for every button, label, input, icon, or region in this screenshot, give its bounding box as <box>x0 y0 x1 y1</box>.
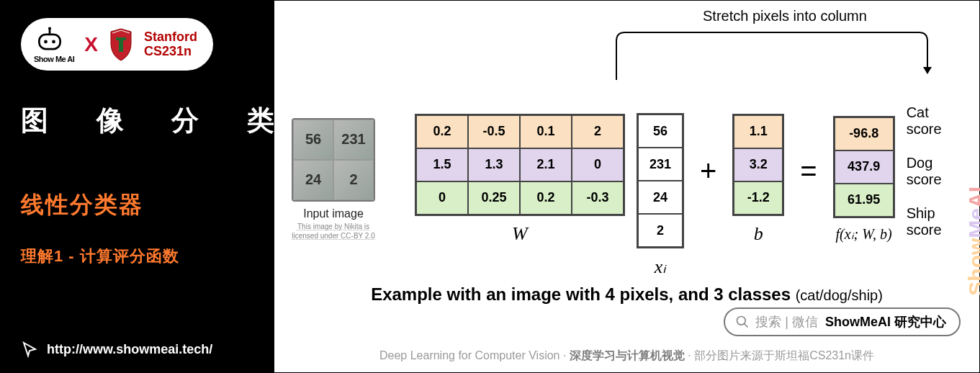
eq-op: = <box>796 155 821 187</box>
right-panel: Stretch pixels into column 56 231 24 2 I… <box>274 1 979 372</box>
left-panel: Show Me AI X Stanford CS231n 图 像 分 类 线性分… <box>1 1 274 372</box>
W-cell: 0.25 <box>468 181 520 215</box>
score-label: Dog score <box>907 155 962 188</box>
svg-point-4 <box>48 27 51 30</box>
f-label: f(xᵢ; W, b) <box>836 225 892 243</box>
robot-icon <box>34 25 66 57</box>
W-cell: -0.5 <box>468 115 520 148</box>
b-cell: 1.1 <box>734 115 783 148</box>
stanford-line1: Stanford <box>144 30 197 45</box>
watermark: ShowMeAI <box>964 186 980 296</box>
footer: Deep Learning for Computer Vision · 深度学习… <box>274 349 979 364</box>
input-image-block: 56 231 24 2 Input image This image by Ni… <box>292 118 375 241</box>
slide-root: Show Me AI X Stanford CS231n 图 像 分 类 线性分… <box>0 0 980 373</box>
search-badge[interactable]: 搜索 | 微信 ShowMeAI 研究中心 <box>724 307 961 336</box>
search-strong: ShowMeAI 研究中心 <box>825 313 946 331</box>
f-vector: -96.8 437.9 61.95 f(xᵢ; W, b) <box>833 116 895 243</box>
plus-op: + <box>696 155 721 187</box>
slide-title: 线性分类器 <box>21 189 254 221</box>
slide-subtitle: 理解1 - 计算评分函数 <box>21 246 254 267</box>
W-cell: -0.3 <box>572 181 624 215</box>
main-caption: Example with an image with 4 pixels, and… <box>274 284 979 305</box>
x-label: xᵢ <box>655 256 667 278</box>
W-cell: 0 <box>572 148 624 181</box>
W-cell: 2.1 <box>520 148 572 181</box>
f-cell: -96.8 <box>835 117 894 150</box>
pixel-cell: 231 <box>333 120 374 160</box>
stanford-line2: CS231n <box>144 45 197 59</box>
score-label: Cat score <box>907 104 962 138</box>
score-label: Ship score <box>907 205 962 238</box>
input-caption: Input image <box>303 207 364 220</box>
source-url: http://www.showmeai.tech/ <box>47 342 212 357</box>
diagram: 56 231 24 2 Input image This image by Ni… <box>292 80 962 278</box>
robot-logo: Show Me AI <box>34 25 74 63</box>
stanford-text: Stanford CS231n <box>144 30 197 59</box>
slide-category: 图 像 分 类 <box>21 102 254 139</box>
W-cell: 1.5 <box>416 148 468 181</box>
input-image: 56 231 24 2 <box>292 118 375 202</box>
arrow-icon <box>573 27 940 84</box>
f-cell: 61.95 <box>835 184 894 217</box>
stretch-label: Stretch pixels into column <box>703 8 867 24</box>
x-vector: 56 231 24 2 xᵢ <box>637 113 684 278</box>
x-cell: 2 <box>638 214 683 247</box>
cursor-icon <box>21 341 38 358</box>
svg-line-6 <box>745 324 748 328</box>
search-hint: 搜索 | 微信 <box>755 313 818 331</box>
f-cell: 437.9 <box>835 150 894 184</box>
x-cell: 24 <box>638 181 683 214</box>
source-link[interactable]: http://www.showmeai.tech/ <box>21 341 212 358</box>
svg-rect-0 <box>39 35 60 49</box>
b-cell: -1.2 <box>734 181 783 215</box>
W-cell: 0.2 <box>520 181 572 215</box>
b-cell: 3.2 <box>734 148 783 181</box>
W-cell: 0 <box>416 181 468 215</box>
pixel-cell: 56 <box>293 120 333 160</box>
b-label: b <box>754 223 763 245</box>
search-icon <box>735 315 750 329</box>
score-labels: Cat score Dog score Ship score <box>907 104 962 238</box>
brand-badge: Show Me AI X Stanford CS231n <box>21 18 213 71</box>
pixel-cell: 24 <box>293 160 333 200</box>
W-cell: 2 <box>572 115 624 148</box>
W-label: W <box>512 223 528 245</box>
input-credit: This image by Nikita is licensed under C… <box>292 222 374 241</box>
stanford-shield-icon <box>108 27 134 62</box>
x-cell: 231 <box>638 148 683 181</box>
W-cell: 0.1 <box>520 115 572 148</box>
W-cell: 0.2 <box>416 115 468 148</box>
svg-point-1 <box>44 40 48 44</box>
pixel-cell: 2 <box>333 160 374 200</box>
W-matrix: 0.2 -0.5 0.1 2 1.5 1.3 2.1 0 0 0.25 0.2 … <box>415 114 625 245</box>
brand-x: X <box>84 33 98 56</box>
svg-point-5 <box>737 317 746 325</box>
svg-point-2 <box>52 40 55 44</box>
b-vector: 1.1 3.2 -1.2 b <box>732 114 784 245</box>
x-cell: 56 <box>638 114 683 148</box>
W-cell: 1.3 <box>468 148 520 181</box>
brand-text: Show Me AI <box>34 55 74 63</box>
